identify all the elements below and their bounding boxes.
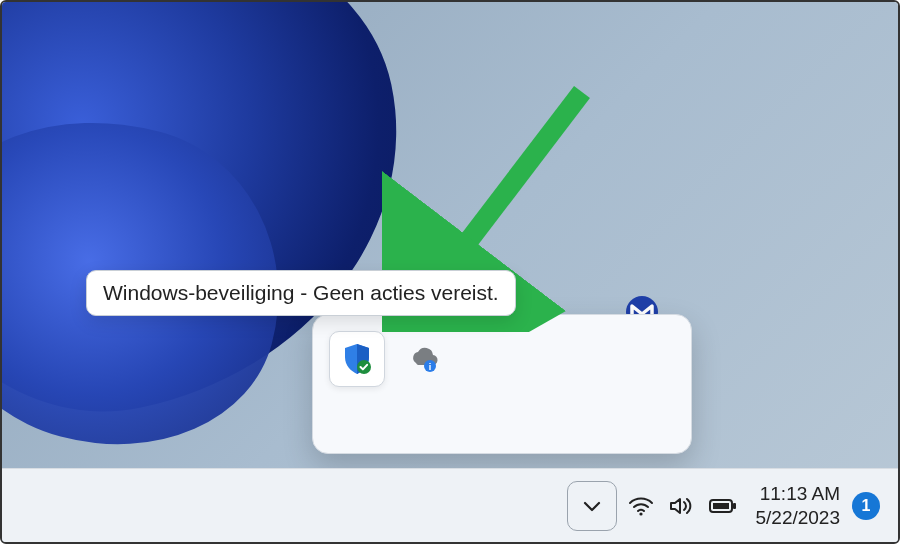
battery-icon[interactable] (707, 492, 739, 520)
tray-overflow-toggle[interactable] (567, 481, 617, 531)
volume-icon[interactable] (667, 492, 695, 520)
taskbar-clock[interactable]: 11:13 AM 5/22/2023 (755, 482, 840, 530)
taskbar: 11:13 AM 5/22/2023 1 (2, 468, 898, 542)
notification-count: 1 (862, 497, 871, 515)
tray-row: i (329, 331, 675, 387)
tray-item-onedrive[interactable]: i (395, 331, 449, 385)
clock-time: 11:13 AM (755, 482, 840, 506)
notification-badge[interactable]: 1 (852, 492, 880, 520)
tooltip-text: Windows-beveiliging - Geen acties vereis… (103, 281, 499, 304)
screenshot-frame: Windows-beveiliging - Geen acties vereis… (0, 0, 900, 544)
system-icons[interactable] (627, 492, 739, 520)
cloud-sync-icon: i (405, 341, 439, 375)
svg-rect-8 (733, 503, 736, 509)
tray-overflow-popup: i (312, 314, 692, 454)
svg-point-6 (640, 512, 643, 515)
tray-item-windows-security[interactable] (329, 331, 385, 387)
shield-check-icon (340, 342, 374, 376)
svg-rect-9 (713, 503, 729, 509)
tooltip: Windows-beveiliging - Geen acties vereis… (86, 270, 516, 316)
clock-date: 5/22/2023 (755, 506, 840, 530)
wifi-icon[interactable] (627, 492, 655, 520)
svg-text:i: i (429, 362, 432, 372)
chevron-down-icon (581, 495, 603, 517)
